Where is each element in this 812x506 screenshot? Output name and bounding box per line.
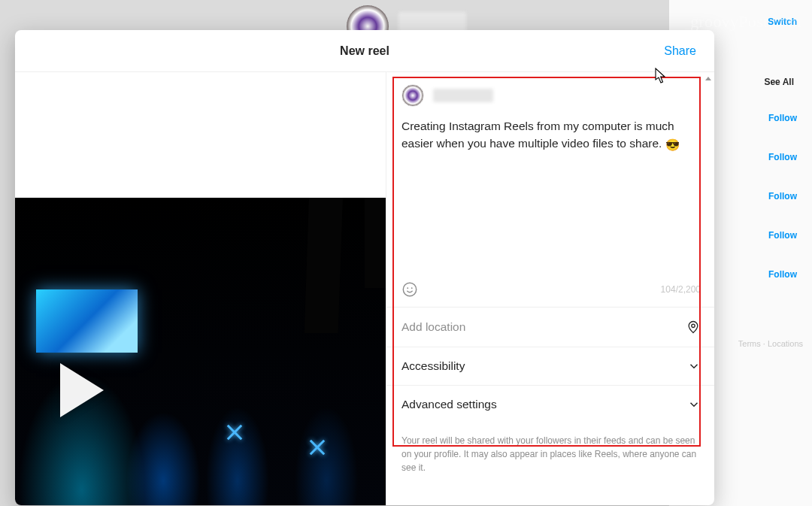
svg-point-0: [403, 283, 416, 295]
modal-header: New reel Share: [15, 30, 714, 72]
username-blurred: [433, 89, 493, 102]
reel-disclaimer-text: Your reel will be shared with your follo…: [386, 423, 714, 474]
avatar[interactable]: [401, 84, 424, 107]
suggestion-follow-list: Follow Follow Follow Follow Follow: [768, 113, 797, 280]
follow-link[interactable]: Follow: [768, 191, 797, 201]
accessibility-row[interactable]: Accessibility: [386, 347, 714, 385]
video-silhouette: [365, 198, 386, 288]
advanced-settings-label: Advanced settings: [401, 398, 497, 411]
svg-point-2: [411, 287, 413, 289]
watermark-text: groovyPost.com: [690, 12, 801, 32]
caption-footer: 104/2,200: [386, 280, 714, 307]
add-location-placeholder: Add location: [401, 320, 465, 334]
author-row: [386, 72, 714, 114]
play-icon[interactable]: [60, 363, 104, 417]
modal-body: Creating Instagram Reels from my compute…: [15, 72, 714, 505]
media-preview-pane: [15, 72, 386, 505]
video-preview[interactable]: [15, 198, 386, 505]
video-silhouette: [304, 198, 344, 333]
emoji-picker-icon[interactable]: [401, 281, 418, 298]
stage-light-cross: [308, 438, 326, 456]
follow-link[interactable]: Follow: [768, 152, 797, 162]
accessibility-label: Accessibility: [401, 359, 465, 373]
advanced-settings-row[interactable]: Advanced settings: [386, 385, 714, 423]
modal-title: New reel: [340, 44, 389, 58]
preview-spacer: [15, 72, 386, 198]
character-counter: 104/2,200: [661, 284, 701, 295]
caption-textarea[interactable]: Creating Instagram Reels from my compute…: [386, 114, 714, 280]
follow-link[interactable]: Follow: [768, 113, 797, 123]
follow-link[interactable]: Follow: [768, 269, 797, 280]
location-pin-icon: [686, 320, 701, 335]
caption-text: Creating Instagram Reels from my compute…: [401, 120, 677, 150]
sunglasses-emoji: 😎: [665, 136, 680, 153]
see-all-link[interactable]: See All: [764, 77, 794, 87]
scroll-up-arrow-icon[interactable]: [704, 75, 712, 83]
video-thumbnail-screen: [36, 289, 138, 353]
chevron-down-icon: [687, 398, 701, 411]
footer-links: Terms · Locations: [738, 339, 803, 348]
follow-link[interactable]: Follow: [768, 230, 797, 241]
details-pane: Creating Instagram Reels from my compute…: [386, 72, 714, 505]
share-button[interactable]: Share: [664, 44, 696, 58]
svg-point-1: [407, 287, 408, 289]
add-location-row[interactable]: Add location: [386, 307, 714, 347]
svg-point-3: [692, 324, 695, 327]
new-reel-modal: New reel Share: [15, 30, 714, 505]
stage-light-cross: [226, 423, 244, 441]
chevron-down-icon: [687, 359, 701, 373]
